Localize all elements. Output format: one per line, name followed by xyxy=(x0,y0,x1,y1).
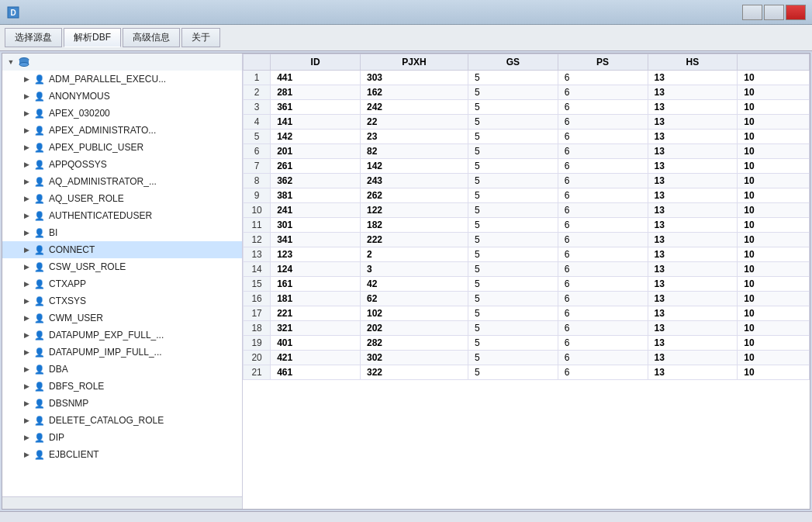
cell-pjxh: 82 xyxy=(360,144,468,159)
tree-item-datapump-imp[interactable]: ▶ 👤 DATAPUMP_IMP_FULL_... xyxy=(2,344,242,361)
tree-item-apex-public[interactable]: ▶ 👤 APEX_PUBLIC_USER xyxy=(2,139,242,156)
cell-id: 141 xyxy=(271,115,361,130)
tree-item-datapump-exp[interactable]: ▶ 👤 DATAPUMP_EXP_FULL_... xyxy=(2,327,242,344)
table-row[interactable]: 17221102561310 xyxy=(244,306,810,321)
tree-item-authuser[interactable]: ▶ 👤 AUTHENTICATEDUSER xyxy=(2,207,242,224)
tree-item-dbsnmp[interactable]: ▶ 👤 DBSNMP xyxy=(2,395,242,412)
tree-item-aq-admin[interactable]: ▶ 👤 AQ_ADMINISTRATOR_... xyxy=(2,173,242,190)
item-label: DELETE_CATALOG_ROLE xyxy=(49,415,164,426)
table-row[interactable]: 3361242561310 xyxy=(244,100,810,115)
cell-rownum: 13 xyxy=(244,247,271,262)
cell-hs: 13 xyxy=(648,100,738,115)
svg-text:D: D xyxy=(10,9,16,17)
tab-parse-dbf[interactable]: 解析DBF xyxy=(64,28,121,47)
table-row[interactable]: 414122561310 xyxy=(244,115,810,130)
tree-item-bi[interactable]: ▶ 👤 BI xyxy=(2,224,242,241)
cell-extra: 10 xyxy=(738,71,810,85)
table-row[interactable]: 514223561310 xyxy=(244,130,810,144)
item-label: CTXSYS xyxy=(49,296,86,306)
table-row[interactable]: 7261142561310 xyxy=(244,159,810,174)
user-icon: 👤 xyxy=(33,73,46,85)
table-row[interactable]: 11301182561310 xyxy=(244,218,810,233)
item-label: ANONYMOUS xyxy=(49,91,110,102)
tree-root[interactable]: ▼ xyxy=(2,54,242,71)
close-button[interactable] xyxy=(786,5,806,20)
item-label: APEX_030200 xyxy=(49,108,110,119)
table-row[interactable]: 131232561310 xyxy=(244,247,810,262)
table-row[interactable]: 2281162561310 xyxy=(244,85,810,100)
user-icon: 👤 xyxy=(33,124,46,137)
table-row[interactable]: 10241122561310 xyxy=(244,203,810,218)
cell-pjxh: 162 xyxy=(360,85,468,100)
table-row[interactable]: 141243561310 xyxy=(244,262,810,277)
tree-item-anonymous[interactable]: ▶ 👤 ANONYMOUS xyxy=(2,88,242,105)
expand-icon: ▶ xyxy=(21,364,32,375)
cell-extra: 10 xyxy=(738,159,810,174)
tree-item-adm-parallel[interactable]: ▶ 👤 ADM_PARALLEL_EXECU... xyxy=(2,71,242,88)
tree-item-ctxapp[interactable]: ▶ 👤 CTXAPP xyxy=(2,275,242,292)
table-row[interactable]: 1516142561310 xyxy=(244,277,810,292)
tree-item-delete-catalog[interactable]: ▶ 👤 DELETE_CATALOG_ROLE xyxy=(2,412,242,429)
item-label: CWM_USER xyxy=(49,313,103,323)
tree-item-cwm-user[interactable]: ▶ 👤 CWM_USER xyxy=(2,309,242,327)
expand-icon: ▶ xyxy=(21,142,32,153)
tree-item-ctxsys[interactable]: ▶ 👤 CTXSYS xyxy=(2,292,242,309)
cell-pjxh: 282 xyxy=(360,336,468,351)
tree-scroll[interactable]: ▼ ▶ 👤 ADM_PARALLEL_EXECU... ▶ 👤 xyxy=(2,54,242,496)
cell-gs: 5 xyxy=(468,159,558,174)
user-icon: 👤 xyxy=(33,141,46,154)
item-label: AQ_ADMINISTRATOR_... xyxy=(49,176,157,187)
cell-gs: 5 xyxy=(468,85,558,100)
cell-ps: 6 xyxy=(558,321,648,336)
table-row[interactable]: 1618162561310 xyxy=(244,292,810,306)
table-row[interactable]: 19401282561310 xyxy=(244,336,810,351)
table-row[interactable]: 20421302561310 xyxy=(244,351,810,365)
tree-item-connect[interactable]: ▶ 👤 CONNECT xyxy=(2,241,242,258)
tree-item-ejbclient[interactable]: ▶ 👤 EJBCLIENT xyxy=(2,446,242,463)
cell-hs: 13 xyxy=(648,159,738,174)
user-icon: 👤 xyxy=(33,278,46,290)
table-row[interactable]: 1441303561310 xyxy=(244,71,810,85)
cell-rownum: 12 xyxy=(244,233,271,247)
item-label: CSW_USR_ROLE xyxy=(49,261,126,272)
data-grid-wrapper[interactable]: ID PJXH GS PS HS 14413035613102281162561… xyxy=(243,54,810,509)
user-icon: 👤 xyxy=(33,158,46,171)
restore-button[interactable] xyxy=(764,5,784,20)
item-label: APEX_PUBLIC_USER xyxy=(49,142,143,153)
cell-pjxh: 142 xyxy=(360,159,468,174)
cell-gs: 5 xyxy=(468,321,558,336)
table-row[interactable]: 620182561310 xyxy=(244,144,810,159)
item-label: DBSNMP xyxy=(49,398,88,409)
table-row[interactable]: 8362243561310 xyxy=(244,174,810,188)
item-label: EJBCLIENT xyxy=(49,449,99,460)
tab-choose-source[interactable]: 选择源盘 xyxy=(5,28,62,47)
minimize-button[interactable] xyxy=(742,5,762,20)
user-icon: 👤 xyxy=(33,431,46,444)
app-icon: D xyxy=(6,5,20,19)
user-icon: 👤 xyxy=(33,192,46,205)
tree-item-dbfs-role[interactable]: ▶ 👤 DBFS_ROLE xyxy=(2,378,242,395)
cell-hs: 13 xyxy=(648,351,738,365)
table-row[interactable]: 9381262561310 xyxy=(244,188,810,203)
table-row[interactable]: 12341222561310 xyxy=(244,233,810,247)
cell-ps: 6 xyxy=(558,130,648,144)
tree-item-dip[interactable]: ▶ 👤 DIP xyxy=(2,429,242,446)
cell-rownum: 11 xyxy=(244,218,271,233)
cell-gs: 5 xyxy=(468,233,558,247)
table-row[interactable]: 18321202561310 xyxy=(244,321,810,336)
tree-item-dba[interactable]: ▶ 👤 DBA xyxy=(2,361,242,378)
item-label: DATAPUMP_IMP_FULL_... xyxy=(49,347,162,358)
tab-about[interactable]: 关于 xyxy=(181,28,220,47)
tree-item-apex030200[interactable]: ▶ 👤 APEX_030200 xyxy=(2,105,242,122)
tab-advanced-info[interactable]: 高级信息 xyxy=(123,28,180,47)
item-label: DBA xyxy=(49,364,68,375)
tree-hscroll[interactable] xyxy=(2,496,242,509)
cell-gs: 5 xyxy=(468,174,558,188)
tree-item-csw-usr-role[interactable]: ▶ 👤 CSW_USR_ROLE xyxy=(2,258,242,275)
tree-item-appqossys[interactable]: ▶ 👤 APPQOSSYS xyxy=(2,156,242,173)
main-area: ▼ ▶ 👤 ADM_PARALLEL_EXECU... ▶ 👤 xyxy=(2,53,810,510)
table-row[interactable]: 21461322561310 xyxy=(244,365,810,380)
expand-icon: ▶ xyxy=(21,313,32,323)
tree-item-apex-admin[interactable]: ▶ 👤 APEX_ADMINISTRATO... xyxy=(2,122,242,139)
tree-item-aq-user-role[interactable]: ▶ 👤 AQ_USER_ROLE xyxy=(2,190,242,207)
